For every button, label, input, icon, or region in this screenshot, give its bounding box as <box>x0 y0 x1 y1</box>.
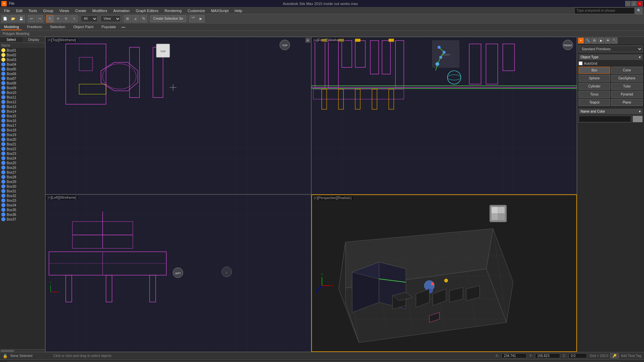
redo-button[interactable]: ↪ <box>36 15 43 22</box>
box-button[interactable]: Box <box>579 67 610 74</box>
maximize-button[interactable]: □ <box>631 1 637 6</box>
geosphere-button[interactable]: GeoSphere <box>611 75 643 82</box>
viewport-front[interactable]: [+][Front][Wireframe] <box>311 37 577 194</box>
sub-toolbar-extra[interactable]: ••• <box>121 25 125 29</box>
open-button[interactable]: 📂 <box>9 15 17 22</box>
menu-views[interactable]: Views <box>57 8 72 13</box>
scale-button[interactable]: ⤡ <box>70 15 78 22</box>
menu-modifiers[interactable]: Modifiers <box>90 8 110 13</box>
cone-button[interactable]: Cone <box>611 67 643 74</box>
menu-create[interactable]: Create <box>72 8 89 13</box>
select-button[interactable]: ↖ <box>46 15 54 22</box>
motion-tab-icon[interactable]: ▶ <box>598 38 604 44</box>
render-button[interactable]: ▶ <box>197 15 205 22</box>
close-button[interactable]: ✕ <box>637 1 643 6</box>
menu-rendering[interactable]: Rendering <box>162 8 184 13</box>
hierarchy-tab-icon[interactable]: ⚙ <box>591 38 597 44</box>
minimize-button[interactable]: − <box>625 1 631 6</box>
create-tab-icon[interactable]: ✦ <box>578 38 584 44</box>
autogrid-checkbox[interactable] <box>579 61 583 65</box>
scene-item[interactable]: Box33 <box>0 198 45 203</box>
y-coord-field[interactable] <box>535 353 560 358</box>
z-coord-field[interactable] <box>569 353 587 358</box>
scene-item[interactable]: Box14 <box>0 109 45 114</box>
scene-item[interactable]: Box05 <box>0 67 45 71</box>
undo-button[interactable]: ↩ <box>28 15 35 22</box>
scene-item[interactable]: Box10 <box>0 90 45 95</box>
vp-persp-header[interactable]: [+][Perspective][Realistic] <box>313 196 353 200</box>
color-swatch[interactable] <box>633 116 643 122</box>
scene-item[interactable]: Box19 <box>0 132 45 137</box>
scene-item[interactable]: Box07 <box>0 76 45 81</box>
menu-file[interactable]: File <box>8 2 15 5</box>
menu-file[interactable]: File <box>1 8 13 13</box>
create-selection-button[interactable]: Create Selection Se <box>150 15 186 22</box>
menu-customize[interactable]: Customize <box>185 8 208 13</box>
tab-selection[interactable]: Selection <box>47 24 68 30</box>
torus-button[interactable]: Torus <box>579 91 610 98</box>
display-tab[interactable]: Display <box>22 37 45 43</box>
menu-graph-editors[interactable]: Graph Editors <box>133 8 161 13</box>
modify-tab-icon[interactable]: 🔧 <box>585 38 591 44</box>
scene-item[interactable]: Box37 <box>0 217 45 222</box>
vp-left-header[interactable]: [+][Left][Wireframe] <box>46 195 77 200</box>
search-input[interactable] <box>574 7 635 14</box>
new-button[interactable]: 📄 <box>1 15 9 22</box>
list-scrollbar[interactable] <box>0 349 45 352</box>
scene-item[interactable]: Box30 <box>0 184 45 189</box>
scene-item[interactable]: Box06 <box>0 71 45 76</box>
scene-item[interactable]: Box23 <box>0 151 45 156</box>
vp-top-header[interactable]: [+][Top][Wireframe] <box>46 38 77 42</box>
viewport-perspective[interactable]: [+][Perspective][Realistic] <box>311 194 577 352</box>
sphere-button[interactable]: Sphere <box>579 75 610 82</box>
scene-item[interactable]: Box27 <box>0 170 45 175</box>
teapot-button[interactable]: Teapot <box>579 99 610 106</box>
viewport-top[interactable]: [+][Top][Wireframe] ⊞ TOP <box>45 37 311 194</box>
save-button[interactable]: 💾 <box>17 15 25 22</box>
scene-item[interactable]: Box13 <box>0 104 45 109</box>
move-button[interactable]: ✛ <box>54 15 62 22</box>
object-name-input[interactable] <box>579 116 631 122</box>
tab-freeform[interactable]: Freeform <box>24 24 45 30</box>
viewport-left[interactable]: [+][Left][Wireframe] L <box>45 194 311 352</box>
menu-help[interactable]: Help <box>232 8 245 13</box>
scene-item[interactable]: Box29 <box>0 179 45 184</box>
scene-item[interactable]: Box16 <box>0 118 45 123</box>
vp-top-maximize[interactable]: ⊞ <box>306 38 310 43</box>
scene-item[interactable]: Box12 <box>0 100 45 104</box>
name-color-header[interactable]: Name and Color ▾ <box>579 109 643 114</box>
render-setup-button[interactable]: 🎬 <box>189 15 197 22</box>
tube-button[interactable]: Tube <box>611 83 643 90</box>
scene-item[interactable]: Box31 <box>0 189 45 193</box>
cylinder-button[interactable]: Cylinder <box>579 83 610 90</box>
scene-item[interactable]: Box32 <box>0 193 45 198</box>
scene-item[interactable]: Box21 <box>0 142 45 146</box>
tab-populate[interactable]: Populate <box>99 24 118 30</box>
scene-item[interactable]: Box17 <box>0 123 45 128</box>
scene-item[interactable]: Box02 <box>0 53 45 57</box>
menu-maxscript[interactable]: MAXScript <box>208 8 231 13</box>
scene-item[interactable]: Box09 <box>0 85 45 90</box>
time-tag-label[interactable]: Add Time Tag <box>621 354 641 358</box>
menu-animation[interactable]: Animation <box>111 8 132 13</box>
vp-front-header[interactable]: [+][Front][Wireframe] <box>312 38 346 42</box>
select-tab[interactable]: Select <box>0 37 22 43</box>
scene-item[interactable]: Box22 <box>0 146 45 151</box>
pyramid-button[interactable]: Pyramid <box>611 91 643 98</box>
percent-snap[interactable]: % <box>140 15 147 22</box>
scene-item[interactable]: Box04 <box>0 62 45 67</box>
scene-item[interactable]: Box26 <box>0 165 45 170</box>
scene-item[interactable]: Box28 <box>0 175 45 179</box>
scene-item[interactable]: Box34 <box>0 203 45 207</box>
scene-item[interactable]: Box18 <box>0 128 45 132</box>
tab-modeling[interactable]: Modeling <box>1 24 22 30</box>
display-tab-icon[interactable]: 👁 <box>605 38 611 44</box>
snap-toggle[interactable]: ⊞ <box>124 15 131 22</box>
scene-item[interactable]: Box36 <box>0 212 45 217</box>
angle-snap[interactable]: ∠ <box>132 15 139 22</box>
x-coord-field[interactable] <box>501 353 527 358</box>
scene-item[interactable]: Box11 <box>0 95 45 100</box>
plane-button[interactable]: Plane <box>611 99 643 106</box>
scene-item[interactable]: Box20 <box>0 137 45 142</box>
menu-tools[interactable]: Tools <box>26 8 40 13</box>
